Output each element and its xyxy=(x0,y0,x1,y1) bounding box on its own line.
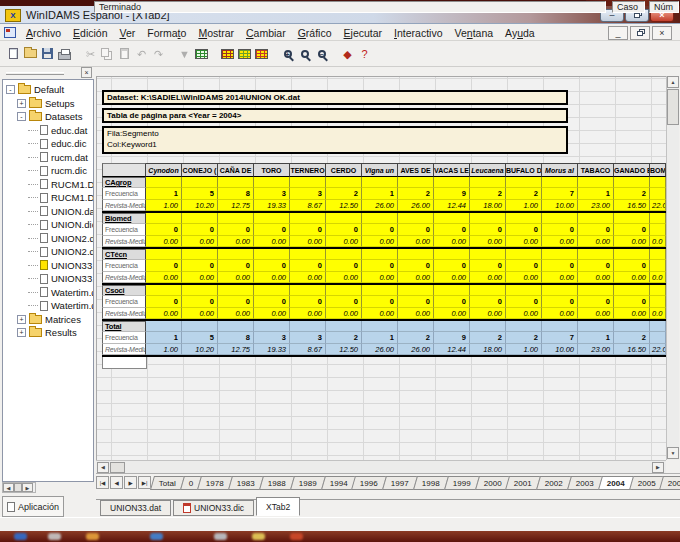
cell[interactable]: 0 xyxy=(542,224,578,236)
cell[interactable] xyxy=(326,285,362,296)
new-document-icon[interactable] xyxy=(5,45,22,63)
cell[interactable] xyxy=(398,177,434,188)
taskbar-icon[interactable] xyxy=(48,533,61,540)
cell[interactable] xyxy=(470,249,506,260)
cell[interactable]: 22.0 xyxy=(650,344,666,355)
cell[interactable] xyxy=(326,249,362,260)
tree-item-union.dat[interactable]: UNION.dat xyxy=(3,205,93,219)
tree-item-default[interactable]: -Default xyxy=(3,83,93,97)
cell[interactable] xyxy=(290,285,326,296)
cell[interactable]: 0.00 xyxy=(254,272,290,283)
cell[interactable]: 0 xyxy=(506,260,542,272)
col-header[interactable]: Vigna un xyxy=(362,163,398,177)
col-header[interactable]: TORO xyxy=(254,163,290,177)
cell[interactable] xyxy=(434,177,470,188)
cell[interactable] xyxy=(398,213,434,224)
cell[interactable]: 2 xyxy=(470,332,506,344)
print-icon[interactable] xyxy=(56,45,73,63)
cell[interactable]: 0 xyxy=(218,260,254,272)
cell[interactable]: 2 xyxy=(614,188,650,200)
cell[interactable] xyxy=(434,213,470,224)
cell[interactable]: 1 xyxy=(578,332,614,344)
cell[interactable]: 2 xyxy=(398,188,434,200)
yeartab-nav-prev[interactable]: ◀ xyxy=(110,476,123,489)
cell[interactable]: 1 xyxy=(362,332,398,344)
cell[interactable]: 16.50 xyxy=(614,200,650,211)
cell[interactable] xyxy=(650,332,666,344)
undo-icon[interactable]: ↶ xyxy=(133,45,150,63)
cell[interactable]: 0.00 xyxy=(182,236,218,247)
cell[interactable]: 26.00 xyxy=(398,344,434,355)
cell[interactable]: 0 xyxy=(182,224,218,236)
menu-item-cambiar[interactable]: Cambiar xyxy=(240,27,292,39)
cell[interactable]: 0.00 xyxy=(470,308,506,319)
cell[interactable] xyxy=(218,213,254,224)
cell[interactable]: 0 xyxy=(254,296,290,308)
tree-item-union33.dat[interactable]: UNION33.dat xyxy=(3,259,93,273)
cell[interactable]: 0 xyxy=(218,224,254,236)
year-tab-2004[interactable]: 2004 xyxy=(598,476,634,490)
cell[interactable] xyxy=(326,321,362,332)
cell[interactable]: 0.00 xyxy=(614,236,650,247)
col-header[interactable]: CERDO xyxy=(326,163,362,177)
doc-tab-union33.dat[interactable]: UNION33.dat xyxy=(100,500,171,516)
cell[interactable] xyxy=(650,296,666,308)
cell[interactable]: 0 xyxy=(290,260,326,272)
edit-table-icon[interactable] xyxy=(236,45,253,63)
cell[interactable] xyxy=(146,213,182,224)
cell[interactable]: 1 xyxy=(362,188,398,200)
yeartab-nav-next[interactable]: ▶ xyxy=(124,476,137,489)
cell[interactable]: 0 xyxy=(434,224,470,236)
cell[interactable]: 0 xyxy=(542,260,578,272)
year-tab-2006[interactable]: 2006 xyxy=(659,476,680,490)
cell[interactable]: 0.00 xyxy=(434,272,470,283)
cell[interactable] xyxy=(362,213,398,224)
cell[interactable]: 0 xyxy=(542,296,578,308)
taskbar-icon[interactable] xyxy=(214,533,227,540)
cell[interactable]: 0.00 xyxy=(470,272,506,283)
cell[interactable]: 1 xyxy=(146,188,182,200)
cell[interactable]: 0 xyxy=(182,296,218,308)
cell[interactable]: 0 xyxy=(362,224,398,236)
cell[interactable] xyxy=(182,177,218,188)
col-header[interactable]: Cynodon xyxy=(146,163,182,177)
cell[interactable] xyxy=(146,177,182,188)
copy-icon[interactable] xyxy=(99,45,116,63)
cell[interactable]: 1.00 xyxy=(506,344,542,355)
cell[interactable]: 0 xyxy=(578,224,614,236)
vertical-scrollbar[interactable]: ▲ ▼ xyxy=(666,76,679,460)
panel-grip[interactable] xyxy=(6,72,64,75)
tree-item-educ.dic[interactable]: educ.dic xyxy=(3,137,93,151)
tree-item-rucm.dat[interactable]: rucm.dat xyxy=(3,151,93,165)
cell[interactable]: 0.00 xyxy=(470,236,506,247)
taskbar-icon[interactable] xyxy=(150,533,163,540)
cell[interactable] xyxy=(146,321,182,332)
cell[interactable]: 7 xyxy=(542,332,578,344)
cell[interactable]: 0.0 xyxy=(650,308,666,319)
tree-item-educ.dat[interactable]: educ.dat xyxy=(3,124,93,138)
cell[interactable]: 18.00 xyxy=(470,200,506,211)
cell[interactable]: 0.00 xyxy=(254,308,290,319)
cell[interactable]: 0 xyxy=(434,296,470,308)
cell[interactable] xyxy=(542,285,578,296)
scroll-left-icon[interactable]: ◀ xyxy=(3,483,14,492)
cell[interactable]: 0 xyxy=(182,260,218,272)
tree-item-union2.dat[interactable]: UNION2.dat xyxy=(3,232,93,246)
cell[interactable]: 0 xyxy=(470,260,506,272)
cell[interactable] xyxy=(506,285,542,296)
cell[interactable] xyxy=(218,321,254,332)
cell[interactable] xyxy=(542,321,578,332)
menu-item-ver[interactable]: Ver xyxy=(113,27,141,39)
zoom-out-icon[interactable]: − xyxy=(313,45,330,63)
cell[interactable] xyxy=(182,249,218,260)
cell[interactable]: 0.00 xyxy=(434,308,470,319)
cell[interactable] xyxy=(146,249,182,260)
panel-header[interactable]: × xyxy=(2,69,94,78)
cell[interactable]: 0.00 xyxy=(542,272,578,283)
cell[interactable]: 0 xyxy=(398,224,434,236)
cell[interactable] xyxy=(470,177,506,188)
cell[interactable]: 0 xyxy=(254,224,290,236)
cell[interactable]: 0 xyxy=(614,296,650,308)
scroll-thumb[interactable] xyxy=(667,89,679,125)
cell[interactable]: 0 xyxy=(470,296,506,308)
